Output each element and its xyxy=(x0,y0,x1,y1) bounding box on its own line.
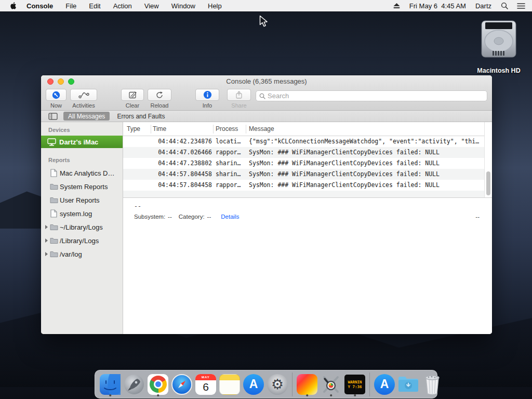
tab-all-messages[interactable]: All Messages xyxy=(63,112,110,121)
sidebar-item-label: /var/log xyxy=(60,250,82,258)
console-window: Console (6,365 messages) Now Activities … xyxy=(41,75,492,334)
disclosure-triangle-icon[interactable] xyxy=(45,252,48,256)
menu-view[interactable]: View xyxy=(144,2,159,10)
volume-label: Macintosh HD xyxy=(469,67,529,74)
close-button[interactable] xyxy=(47,78,54,85)
window-title: Console (6,365 messages) xyxy=(226,77,307,85)
apple-menu-icon[interactable] xyxy=(10,2,17,10)
sidebar-item-label: /Library/Logs xyxy=(60,237,99,245)
column-type[interactable]: Type xyxy=(127,125,140,132)
dock-finder-icon[interactable] xyxy=(99,373,122,396)
info-label: Info xyxy=(195,102,219,109)
reload-button[interactable] xyxy=(148,89,171,101)
column-divider[interactable] xyxy=(151,125,151,134)
dock-applications-folder-icon[interactable]: A xyxy=(373,373,396,396)
column-divider[interactable] xyxy=(246,125,246,134)
cell-message: SysMon: ### WiFiManagerClientCopyDevices… xyxy=(249,159,482,167)
sidebar-item-library-logs[interactable]: /Library/Logs xyxy=(41,234,123,247)
table-row[interactable]: 04:44:57.804458 sharin… SysMon: ### WiFi… xyxy=(123,169,484,180)
search-field[interactable] xyxy=(256,90,487,101)
clear-icon xyxy=(128,91,137,99)
document-icon xyxy=(50,209,57,218)
activities-button[interactable] xyxy=(70,89,97,101)
window-titlebar[interactable]: Console (6,365 messages) xyxy=(41,75,492,87)
dock-launchpad-icon[interactable] xyxy=(123,373,145,396)
dock-warning-display-icon[interactable]: WARNIN Y 7:36 xyxy=(343,373,366,396)
sidebar-reports-header: Reports xyxy=(41,148,123,163)
table-row[interactable]: 04:44:42.234876 locati… {"msg":"kCLConne… xyxy=(123,136,484,147)
zoom-button[interactable] xyxy=(68,78,74,85)
now-button[interactable] xyxy=(46,89,66,101)
search-icon xyxy=(259,93,265,99)
column-process[interactable]: Process xyxy=(216,125,238,132)
clear-label: Clear xyxy=(121,102,144,109)
dock-diagnostics-icon[interactable] xyxy=(320,373,342,396)
cell-process: rappor… xyxy=(216,149,245,156)
detail-right-value: -- xyxy=(475,214,480,220)
toolbar: Now Activities Clear Reload Info xyxy=(41,87,492,111)
sidebar-item-label: ~/Library/Logs xyxy=(60,223,103,231)
reload-label: Reload xyxy=(148,102,171,109)
scrollbar-thumb[interactable] xyxy=(486,171,490,195)
sidebar-item-system-log[interactable]: system.log xyxy=(41,207,123,220)
sidebar-item-var-log[interactable]: /var/log xyxy=(41,247,123,261)
table-row[interactable]: 04:44:57.804458 rappor… SysMon: ### WiFi… xyxy=(123,180,484,191)
dock-downloads-folder-icon[interactable] xyxy=(397,373,420,396)
column-time[interactable]: Time xyxy=(153,125,166,132)
menu-file[interactable]: File xyxy=(65,2,76,10)
dock-separator xyxy=(292,373,292,396)
sidebar-item-user-library-logs[interactable]: ~/Library/Logs xyxy=(41,220,123,234)
spotlight-search-icon[interactable] xyxy=(501,2,508,9)
disclosure-triangle-icon[interactable] xyxy=(45,238,48,243)
menu-edit[interactable]: Edit xyxy=(89,2,100,10)
dock-colorsync-icon[interactable] xyxy=(296,373,318,396)
details-link[interactable]: Details xyxy=(221,214,239,220)
clear-button[interactable] xyxy=(121,89,144,101)
dock-safari-icon[interactable] xyxy=(170,373,193,396)
sidebar-item-dartzs-imac[interactable]: Dartz's iMac xyxy=(41,136,123,148)
scrollbar-track[interactable] xyxy=(484,122,492,197)
menu-app-name[interactable]: Console xyxy=(26,2,53,10)
sidebar-item-user-reports[interactable]: User Reports xyxy=(41,193,123,207)
cell-time: 04:44:57.804458 xyxy=(151,181,212,189)
dock-chrome-icon[interactable] xyxy=(147,373,169,396)
table-header: Type Time Process Message xyxy=(123,122,492,136)
sidebar-toggle-icon[interactable] xyxy=(48,113,58,120)
dock-trash-icon[interactable] xyxy=(421,373,444,396)
share-button[interactable] xyxy=(227,89,251,101)
log-table: Type Time Process Message 04:44:42.23487… xyxy=(123,122,492,334)
search-input[interactable] xyxy=(268,92,484,100)
device-name: Dartz's iMac xyxy=(59,138,98,146)
detail-pane-divider[interactable] xyxy=(123,197,492,198)
dock-system-preferences-icon[interactable]: ⚙ xyxy=(266,373,289,396)
dock-separator xyxy=(369,373,370,396)
macintosh-hd-desktop-icon[interactable]: Macintosh HD xyxy=(469,18,529,74)
minimize-button[interactable] xyxy=(58,78,64,85)
dock-app-store-icon[interactable]: A xyxy=(242,373,265,396)
calendar-day: 6 xyxy=(195,380,216,394)
tab-errors-and-faults[interactable]: Errors and Faults xyxy=(117,113,165,120)
column-divider[interactable] xyxy=(213,125,214,134)
share-label: Share xyxy=(227,102,251,109)
info-icon xyxy=(203,90,212,99)
imac-icon xyxy=(47,138,56,146)
column-message[interactable]: Message xyxy=(249,125,274,132)
menu-window[interactable]: Window xyxy=(171,2,195,10)
cell-message: SysMon: ### WiFiManagerClientCopyDevices… xyxy=(249,181,482,189)
eject-icon[interactable] xyxy=(393,3,401,9)
menubar-clock[interactable]: Fri May 6 4:45 AM xyxy=(409,2,466,10)
dock-calendar-icon[interactable]: MAY 6 xyxy=(194,373,217,396)
sidebar-item-system-reports[interactable]: System Reports xyxy=(41,180,123,193)
notification-center-icon[interactable] xyxy=(517,3,525,9)
disclosure-triangle-icon[interactable] xyxy=(45,225,48,229)
sidebar-item-mac-analytics[interactable]: Mac Analytics D… xyxy=(41,166,123,180)
menu-help[interactable]: Help xyxy=(208,2,222,10)
table-row[interactable]: 04:44:47.238802 sharin… SysMon: ### WiFi… xyxy=(123,158,484,169)
table-row[interactable]: 04:44:47.026466 rappor… SysMon: ### WiFi… xyxy=(123,147,484,158)
menubar-user[interactable]: Dartz xyxy=(475,2,491,10)
subsystem-label: Subsystem: xyxy=(134,214,165,220)
info-button[interactable] xyxy=(195,89,219,101)
menu-action[interactable]: Action xyxy=(113,2,132,10)
cell-message: {"msg":"kCLConnectionMessageWatchdog", "… xyxy=(249,138,482,145)
dock-notes-icon[interactable] xyxy=(218,373,241,396)
